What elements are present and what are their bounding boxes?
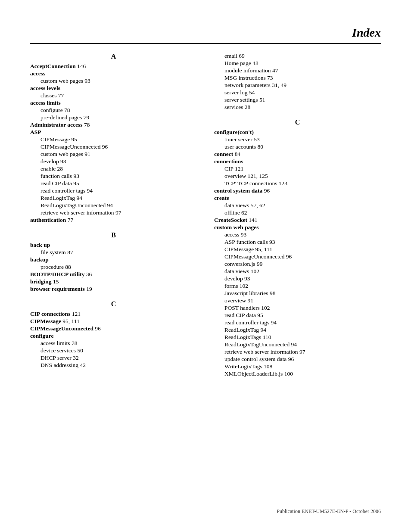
list-item: retrieve web server information 97 [30, 209, 197, 216]
list-item: device services 50 [30, 347, 197, 354]
list-item: overview 121, 125 [214, 173, 381, 180]
list-item: read controller tags 94 [214, 319, 381, 326]
list-item: TCP' TCP connections 123 [214, 180, 381, 187]
list-item: DNS addressing 42 [30, 362, 197, 369]
list-item: CIPMessage 95 [30, 136, 197, 143]
list-item: network parameters 31, 49 [214, 82, 381, 89]
list-item: data views 57, 62 [214, 202, 381, 209]
list-item: develop 93 [30, 158, 197, 165]
list-item: custom web pages 93 [30, 78, 197, 84]
list-item: file system 87 [30, 249, 197, 256]
footer: Publication ENET-UM527E-EN-P - October 2… [277, 508, 381, 515]
list-item: data views 102 [214, 268, 381, 275]
list-item: configure [30, 333, 197, 339]
list-item: back up [30, 242, 197, 249]
list-item: offline 62 [214, 209, 381, 216]
list-item: connections [214, 158, 381, 165]
page-title: Index [352, 26, 381, 39]
list-item: timer server 53 [214, 136, 381, 143]
list-item: WriteLogixTags 108 [214, 363, 381, 370]
list-item: ReadLogixTag 94 [30, 195, 197, 202]
list-item: access levels [30, 85, 197, 92]
list-item: develop 93 [214, 275, 381, 282]
list-item: custom web pages [214, 224, 381, 231]
page-header: Index [30, 26, 381, 44]
list-item: user accounts 80 [214, 143, 381, 150]
right-column: email 69Home page 48module information 4… [214, 53, 381, 378]
list-item: overview 91 [214, 297, 381, 304]
list-item: XMLObjectLoaderLib.js 100 [214, 370, 381, 377]
list-item: CIP 121 [214, 165, 381, 172]
list-item: ReadLogixTags 110 [214, 334, 381, 341]
list-item: B [30, 231, 197, 239]
list-item: AcceptConnection 146 [30, 63, 197, 70]
list-item: server log 54 [214, 89, 381, 96]
list-item: ReadLogixTag 94 [214, 327, 381, 333]
list-item: services 28 [214, 104, 381, 111]
list-item: connect 84 [214, 151, 381, 158]
list-item: email 69 [214, 53, 381, 59]
list-item: POST handlers 102 [214, 305, 381, 311]
list-item: CIPMessageUnconnected 96 [30, 325, 197, 332]
list-item: classes 77 [30, 92, 197, 99]
left-column: AAcceptConnection 146accesscustom web pa… [30, 53, 197, 378]
list-item: enable 28 [30, 165, 197, 172]
list-item: configure 78 [30, 107, 197, 114]
list-item: read CIP data 95 [30, 180, 197, 187]
list-item: access limits [30, 100, 197, 106]
list-item: ReadLogixTagUnconnected 94 [30, 202, 197, 209]
list-item: BOOTP/DHCP utility 36 [30, 271, 197, 278]
list-item: bridging 15 [30, 278, 197, 285]
list-item: pre-defined pages 79 [30, 114, 197, 121]
list-item: MSG instructions 73 [214, 75, 381, 81]
list-item: Home page 48 [214, 60, 381, 67]
list-item: backup [30, 256, 197, 263]
index-columns: AAcceptConnection 146accesscustom web pa… [30, 53, 381, 378]
list-item: access [30, 70, 197, 77]
list-item: read controller tags 94 [30, 187, 197, 194]
list-item: conversion.js 99 [214, 261, 381, 268]
list-item: access limits 78 [30, 340, 197, 347]
list-item: module information 47 [214, 67, 381, 74]
footer-text: Publication ENET-UM527E-EN-P - October 2… [277, 508, 381, 514]
list-item: Javascript libraries 98 [214, 290, 381, 297]
list-item: A [30, 53, 197, 60]
list-item: C [214, 118, 381, 126]
list-item: Administrator access 78 [30, 121, 197, 128]
list-item: server settings 51 [214, 96, 381, 103]
list-item: ASP [30, 129, 197, 136]
list-item: access 93 [214, 231, 381, 238]
list-item: configure(con't) [214, 129, 381, 136]
list-item: CreateSocket 141 [214, 217, 381, 224]
list-item: ReadLogixTagUnconnected 94 [214, 341, 381, 348]
list-item: update control system data 96 [214, 356, 381, 363]
list-item: create [214, 195, 381, 202]
page: Index AAcceptConnection 146accesscustom … [0, 0, 411, 412]
list-item: CIP connections 121 [30, 311, 197, 317]
list-item: browser requirements 19 [30, 286, 197, 292]
list-item: C [30, 300, 197, 308]
list-item: ASP function calls 93 [214, 239, 381, 246]
list-item: CIPMessageUnconnected 96 [214, 253, 381, 260]
list-item: function calls 93 [30, 173, 197, 180]
list-item: CIPMessage 95, 111 [30, 318, 197, 325]
list-item: authentication 77 [30, 217, 197, 224]
list-item: read CIP data 95 [214, 312, 381, 319]
list-item: procedure 88 [30, 264, 197, 271]
list-item: retrieve web server information 97 [214, 348, 381, 355]
list-item: DHCP server 32 [30, 355, 197, 361]
list-item: CIPMessage 95, 111 [214, 246, 381, 253]
list-item: CIPMessageUnconnected 96 [30, 143, 197, 150]
list-item: forms 102 [214, 283, 381, 289]
list-item: custom web pages 91 [30, 151, 197, 158]
list-item: control system data 96 [214, 187, 381, 194]
